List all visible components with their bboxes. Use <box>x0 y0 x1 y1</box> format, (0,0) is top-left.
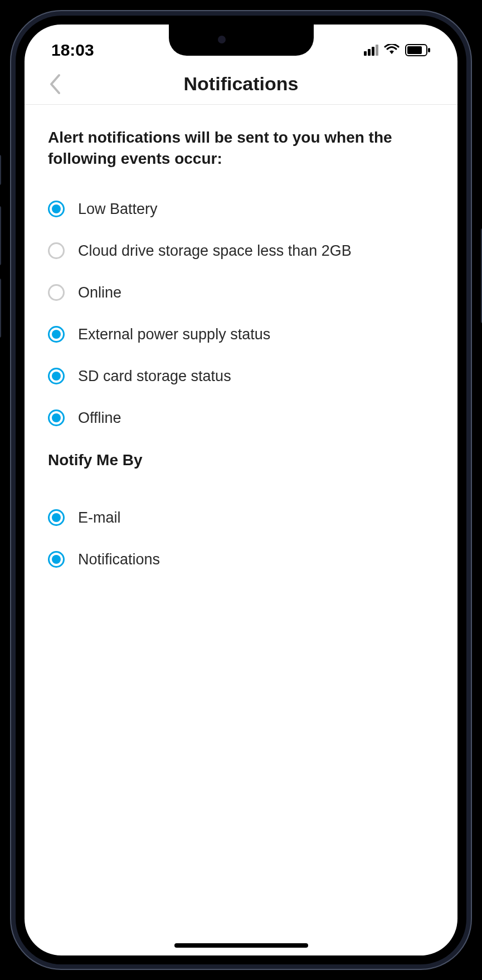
notch <box>169 25 314 56</box>
event-option-label: SD card storage status <box>78 368 231 385</box>
event-option-label: Offline <box>78 409 121 427</box>
intro-text: Alert notifications will be sent to you … <box>48 127 434 169</box>
event-option[interactable]: Cloud drive storage space less than 2GB <box>48 242 434 260</box>
notify-section-title: Notify Me By <box>48 451 434 469</box>
radio-button[interactable] <box>48 551 65 568</box>
notify-method-option-label: Notifications <box>78 551 160 568</box>
content: Alert notifications will be sent to you … <box>25 105 457 615</box>
radio-button[interactable] <box>48 509 65 526</box>
event-option[interactable]: Offline <box>48 409 434 427</box>
events-list: Low BatteryCloud drive storage space les… <box>48 201 434 427</box>
phone-frame: 18:03 <box>0 0 482 980</box>
radio-button[interactable] <box>48 201 65 217</box>
radio-button[interactable] <box>48 242 65 259</box>
notify-method-option[interactable]: Notifications <box>48 551 434 568</box>
wifi-icon <box>384 44 400 56</box>
phone-body: 18:03 <box>11 11 471 969</box>
event-option[interactable]: Low Battery <box>48 201 434 218</box>
event-option[interactable]: Online <box>48 284 434 301</box>
event-option[interactable]: External power supply status <box>48 326 434 343</box>
notify-method-option-label: E-mail <box>78 509 121 526</box>
radio-button[interactable] <box>48 409 65 426</box>
radio-button[interactable] <box>48 326 65 343</box>
svg-rect-2 <box>428 48 430 52</box>
radio-button[interactable] <box>48 368 65 384</box>
volume-down-button <box>0 279 1 338</box>
event-option-label: Cloud drive storage space less than 2GB <box>78 242 352 260</box>
event-option-label: External power supply status <box>78 326 270 343</box>
svg-rect-1 <box>407 46 422 54</box>
notify-method-option[interactable]: E-mail <box>48 509 434 526</box>
notify-methods-list: E-mailNotifications <box>48 509 434 568</box>
battery-icon <box>405 44 431 56</box>
event-option-label: Low Battery <box>78 201 158 218</box>
radio-button[interactable] <box>48 284 65 301</box>
nav-bar: Notifications <box>25 64 457 105</box>
chevron-left-icon <box>48 73 61 95</box>
back-button[interactable] <box>48 73 61 95</box>
event-option[interactable]: SD card storage status <box>48 368 434 385</box>
silent-switch <box>0 155 1 185</box>
cellular-signal-icon <box>364 45 378 56</box>
screen: 18:03 <box>25 25 457 955</box>
phone-inner: 18:03 <box>16 16 466 964</box>
status-icons <box>364 44 431 56</box>
page-title: Notifications <box>184 73 299 95</box>
volume-up-button <box>0 206 1 265</box>
home-indicator[interactable] <box>174 943 308 948</box>
status-time: 18:03 <box>51 41 94 60</box>
event-option-label: Online <box>78 284 121 301</box>
